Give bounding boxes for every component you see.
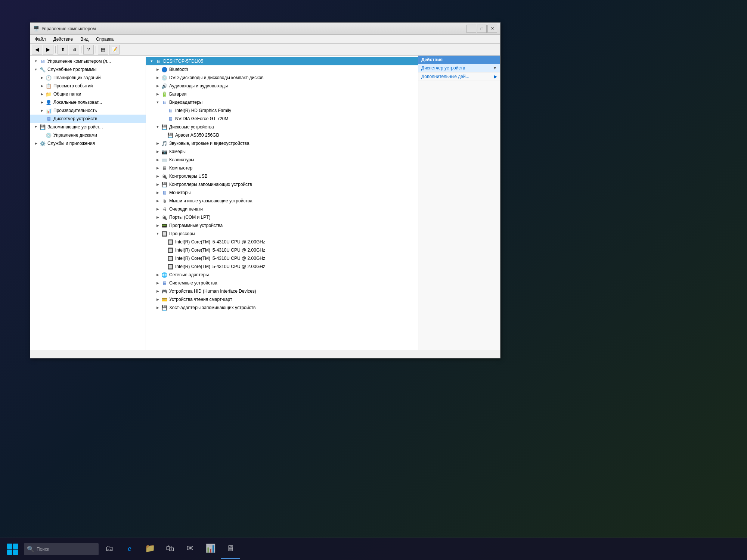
tree-item-monitor[interactable]: ▶ 🖥 Мониторы <box>146 189 418 197</box>
label-dvd: DVD-дисководы и дисководы компакт-дисков <box>169 75 264 80</box>
tree-item-keyboard[interactable]: ▶ ⌨️ Клавиатуры <box>146 156 418 164</box>
tree-item-printer[interactable]: ▶ 🖨 Очереди печати <box>146 205 418 213</box>
tree-item-sysdev[interactable]: ▶ 🖥 Системные устройства <box>146 279 418 287</box>
label-cpu3: Intel(R) Core(TM) i5-4310U CPU @ 2.00GHz <box>175 256 265 261</box>
search-placeholder: Поиск <box>37 547 49 552</box>
expand-keyboard: ▶ <box>155 157 160 162</box>
tree-item-diskmgmt[interactable]: 💿 Управление дисками <box>30 131 146 139</box>
tree-item-event[interactable]: ▶ 📋 Просмотр событий <box>30 82 146 90</box>
tree-item-cpu[interactable]: ▼ 🔲 Процессоры <box>146 230 418 238</box>
tree-item-devmgr[interactable]: 🖥 Диспетчер устройств <box>30 115 146 123</box>
label-ports: Порты (COM и LPT) <box>169 215 211 220</box>
tree-item-cpu3[interactable]: 🔲 Intel(R) Core(TM) i5-4310U CPU @ 2.00G… <box>146 254 418 262</box>
label-monitor: Мониторы <box>169 190 190 195</box>
back-button[interactable]: ◀ <box>32 45 42 55</box>
expand-printer: ▶ <box>155 206 160 212</box>
toolbar-separator-2 <box>81 46 81 53</box>
tree-item-ssd[interactable]: 💾 Apacer AS350 256GB <box>146 131 418 139</box>
taskbar-taskview[interactable]: 🗂 <box>100 539 119 559</box>
tree-item-hostadapter[interactable]: ▶ 💾 Хост-адаптеры запоминающих устройств <box>146 304 418 312</box>
edge-icon: e <box>128 544 131 553</box>
expand-storagectrl: ▶ <box>155 182 160 187</box>
tree-item-ports[interactable]: ▶ 🔌 Порты (COM и LPT) <box>146 213 418 221</box>
menu-action[interactable]: Действие <box>50 36 76 43</box>
tree-item-battery[interactable]: ▶ 🔋 Батареи <box>146 90 418 98</box>
tree-item-nvidia-gpu[interactable]: 🖥 NVIDIA GeForce GT 720M <box>146 115 418 123</box>
label-hostadapter: Хост-адаптеры запоминающих устройств <box>169 305 255 310</box>
taskbar-explorer[interactable]: 📁 <box>140 539 159 559</box>
tree-item-cpu2[interactable]: 🔲 Intel(R) Core(TM) i5-4310U CPU @ 2.00G… <box>146 246 418 254</box>
icon-devmgr: 🖥 <box>45 115 52 122</box>
action-more[interactable]: Дополнительные дей... ▶ <box>418 72 500 81</box>
tree-item-storagectrl[interactable]: ▶ 💾 Контроллеры запоминающих устройств <box>146 180 418 189</box>
icon-mouse: 🖱 <box>161 197 168 204</box>
label-desktop-root: DESKTOP-5TD1I05 <box>163 59 203 64</box>
label-users: Локальные пользоват... <box>53 100 102 105</box>
tree-item-appsvcs[interactable]: ▶ ⚙️ Службы и приложения <box>30 139 146 147</box>
label-camera: Камеры <box>169 149 186 154</box>
desktop: 🖥️ Управление компьютером ─ □ ✕ Файл Дей… <box>0 0 747 560</box>
tree-item-hid[interactable]: ▶ 🎮 Устройства HID (Human Interface Devi… <box>146 287 418 295</box>
tree-item-shared[interactable]: ▶ 📁 Общие папки <box>30 90 146 98</box>
taskbar-office[interactable]: 📊 <box>201 539 220 559</box>
compmgmt-icon: 🖥 <box>226 544 235 553</box>
tree-item-progdev[interactable]: ▶ 📟 Программные устройства <box>146 221 418 230</box>
tree-item-storage[interactable]: ▼ 💾 Запоминающие устройст... <box>30 123 146 131</box>
icon-sysdev: 🖥 <box>161 280 168 286</box>
icon-audio: 🔊 <box>161 83 168 89</box>
icon-services: 🔧 <box>39 66 46 73</box>
taskbar-mail[interactable]: ✉ <box>181 539 199 559</box>
tree-item-netadapter[interactable]: ▶ 🌐 Сетевые адаптеры <box>146 271 418 279</box>
properties-button[interactable]: 📝 <box>109 45 120 55</box>
start-button[interactable] <box>3 539 22 559</box>
taskbar-edge[interactable]: e <box>120 539 139 559</box>
tree-item-audio[interactable]: ▶ 🔊 Аудиовходы и аудиовыходы <box>146 82 418 90</box>
tree-item-task[interactable]: ▶ 🕐 Планировщик заданий <box>30 74 146 82</box>
actions-title: Действия <box>421 57 443 62</box>
minimize-button[interactable]: ─ <box>467 25 476 33</box>
tree-item-desktop-root[interactable]: ▼ 🖥 DESKTOP-5TD1I05 <box>146 57 418 65</box>
menu-view[interactable]: Вид <box>77 36 92 43</box>
tree-item-users[interactable]: ▶ 👤 Локальные пользоват... <box>30 98 146 106</box>
tree-item-sound[interactable]: ▶ 🎵 Звуковые, игровые и видеоустройства <box>146 139 418 147</box>
action-devmgr[interactable]: Диспетчер устройств ▼ <box>418 64 500 72</box>
toolbar-separator-1 <box>55 46 56 53</box>
tree-item-smartcard[interactable]: ▶ 💳 Устройства чтения смарт-карт <box>146 295 418 304</box>
tree-item-usb[interactable]: ▶ 🔌 Контроллеры USB <box>146 172 418 180</box>
expand-event: ▶ <box>39 83 44 88</box>
tree-item-cpu4[interactable]: 🔲 Intel(R) Core(TM) i5-4310U CPU @ 2.00G… <box>146 262 418 271</box>
menu-file[interactable]: Файл <box>32 36 49 43</box>
taskview-icon: 🗂 <box>105 544 114 553</box>
tree-item-services[interactable]: ▼ 🔧 Служебные программы <box>30 65 146 74</box>
tree-item-computer[interactable]: ▶ 🖥 Компьютер <box>146 164 418 172</box>
label-sound: Звуковые, игровые и видеоустройства <box>169 141 249 146</box>
expand-monitor: ▶ <box>155 190 160 195</box>
title-bar-buttons: ─ □ ✕ <box>467 25 497 33</box>
action-more-label: Дополнительные дей... <box>421 74 469 79</box>
expand-cpu3 <box>161 256 166 261</box>
close-button[interactable]: ✕ <box>487 25 497 33</box>
show-hide-button[interactable]: 🖥 <box>69 45 79 55</box>
tree-item-bluetooth[interactable]: ▶ 🔵 Bluetooth <box>146 65 418 74</box>
tree-item-cpu1[interactable]: 🔲 Intel(R) Core(TM) i5-4310U CPU @ 2.00G… <box>146 238 418 246</box>
tree-item-dvd[interactable]: ▶ 💿 DVD-дисководы и дисководы компакт-ди… <box>146 74 418 82</box>
title-bar-left: 🖥️ Управление компьютером <box>33 26 96 32</box>
tree-item-mouse[interactable]: ▶ 🖱 Мыши и иные указывающие устройства <box>146 197 418 205</box>
up-button[interactable]: ⬆ <box>58 45 68 55</box>
tree-item-perf[interactable]: ▶ 📊 Производительность <box>30 106 146 115</box>
taskbar-compmgmt[interactable]: 🖥 <box>221 539 240 559</box>
icon-cpu2: 🔲 <box>167 247 174 253</box>
taskbar-search[interactable]: 🔍 Поиск <box>24 543 99 555</box>
taskbar-store[interactable]: 🛍 <box>161 539 179 559</box>
tree-item-camera[interactable]: ▶ 📷 Камеры <box>146 147 418 156</box>
tree-item-intel-gpu[interactable]: 🖥 Intel(R) HD Graphics Family <box>146 106 418 115</box>
tree-item-root[interactable]: ▼ 🖥 Управление компьютером (л... <box>30 57 146 65</box>
tree-item-disk[interactable]: ▼ 💾 Дисковые устройства <box>146 123 418 131</box>
tree-item-display[interactable]: ▼ 🖥 Видеоадаптеры <box>146 98 418 106</box>
forward-button[interactable]: ▶ <box>43 45 53 55</box>
toolbar-separator-3 <box>96 46 96 53</box>
help-button[interactable]: ? <box>83 45 94 55</box>
menu-help[interactable]: Справка <box>93 36 117 43</box>
list-button[interactable]: ▤ <box>98 45 108 55</box>
maximize-button[interactable]: □ <box>477 25 487 33</box>
